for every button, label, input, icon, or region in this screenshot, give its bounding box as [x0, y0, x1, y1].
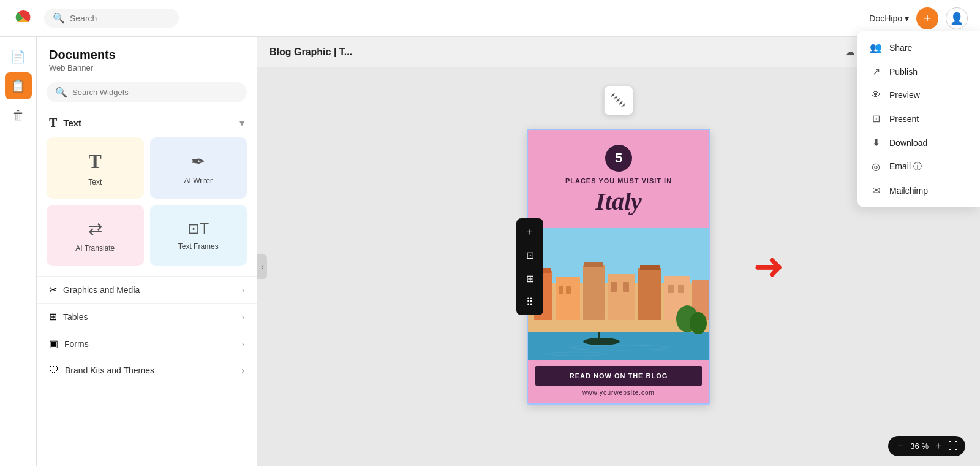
dots-tool-button[interactable]: ⠿ — [519, 291, 541, 313]
search-box[interactable]: 🔍 — [44, 9, 179, 28]
italy-url-text: www.yourwebsite.com — [535, 389, 702, 396]
email-label: Email ⓘ — [889, 161, 922, 172]
italy-cta-button[interactable]: READ NOW ON THE BLOG — [535, 366, 702, 386]
graphics-media-section[interactable]: ✂ Graphics and Media › — [37, 276, 257, 303]
italy-photo — [528, 228, 709, 360]
italy-number: 5 — [615, 150, 622, 166]
preview-menu-item[interactable]: 👁 Preview — [858, 83, 980, 107]
graphics-media-chevron: › — [241, 285, 244, 295]
text-card-ai-translate[interactable]: ⇄ AI Translate — [47, 205, 144, 266]
logo-icon[interactable] — [12, 7, 34, 29]
add-button[interactable]: + — [916, 7, 938, 29]
topbar: 🔍 DocHipo ▾ + 👤 — [0, 0, 980, 37]
collapse-handle[interactable]: ‹ — [257, 254, 267, 279]
share-label: Share — [889, 43, 912, 53]
chevron-down-icon: ▾ — [905, 13, 909, 23]
sidebar-item-trash[interactable]: 🗑 — [5, 102, 32, 129]
text-card-text-frames-label: Text Frames — [178, 242, 219, 251]
panel-title: Documents — [49, 48, 244, 62]
forms-section[interactable]: ▣ Forms › — [37, 330, 257, 357]
svg-rect-16 — [623, 282, 629, 292]
present-menu-item[interactable]: ⊡ Present — [858, 107, 980, 131]
svg-rect-12 — [583, 265, 605, 320]
tables-section[interactable]: ⊞ Tables › — [37, 303, 257, 330]
zoom-in-button[interactable]: ＋ — [933, 440, 943, 453]
forms-chevron: › — [241, 339, 244, 349]
text-section-header-left: T Text — [49, 116, 81, 130]
publish-icon: ↗ — [870, 66, 882, 77]
zoom-percent: 36 % — [910, 441, 929, 451]
search-input[interactable] — [70, 13, 168, 23]
present-icon: ⊡ — [870, 113, 882, 124]
ai-translate-icon: ⇄ — [88, 219, 102, 239]
grid-tool-button[interactable]: ⊞ — [519, 267, 541, 289]
text-card-text-icon: T — [89, 150, 102, 173]
text-card-ai-translate-label: AI Translate — [75, 244, 115, 253]
present-label: Present — [889, 114, 919, 124]
text-section-label: Text — [63, 118, 81, 128]
svg-rect-18 — [640, 265, 660, 270]
right-dropdown-menu: 👥 Share ↗ Publish 👁 Preview ⊡ Present ⬇ … — [858, 31, 980, 207]
italy-number-circle: 5 — [605, 145, 632, 172]
left-panel: Documents Web Banner 🔍 T Text ▾ T Text ✒… — [37, 37, 257, 466]
topbar-left: 🔍 — [12, 7, 179, 29]
share-menu-item[interactable]: 👥 Share — [858, 36, 980, 59]
email-menu-item[interactable]: ◎ Email ⓘ — [858, 155, 980, 178]
graphics-media-icon: ✂ — [49, 284, 57, 296]
widget-search-box[interactable]: 🔍 — [47, 82, 247, 102]
red-arrow-indicator: ➜ — [753, 248, 784, 285]
tables-icon: ⊞ — [49, 311, 57, 323]
text-section-header[interactable]: T Text ▾ — [37, 110, 257, 135]
zoom-bar: － 36 % ＋ ⛶ — [888, 436, 965, 456]
text-card-text-frames[interactable]: ⊡T Text Frames — [150, 205, 247, 266]
brand-kits-chevron: › — [241, 365, 244, 375]
canvas-side-toolbar: ＋ ⊡ ⊞ ⠿ — [516, 218, 543, 315]
italy-card-bottom: READ NOW ON THE BLOG www.yourwebsite.com — [528, 360, 709, 403]
svg-rect-13 — [584, 262, 603, 267]
mailchimp-menu-item[interactable]: ✉ Mailchimp — [858, 178, 980, 202]
preview-icon: 👁 — [870, 90, 882, 101]
tables-label: Tables — [63, 312, 88, 322]
forms-label: Forms — [64, 339, 89, 349]
canvas-title: Blog Graphic | T... — [270, 47, 352, 58]
magic-wand-button[interactable] — [604, 86, 633, 115]
forms-left: ▣ Forms — [49, 338, 89, 350]
text-card-text-label: Text — [88, 178, 102, 186]
graphics-media-left: ✂ Graphics and Media — [49, 284, 140, 296]
text-frames-icon: ⊡T — [187, 220, 209, 237]
text-T-icon: T — [49, 116, 57, 130]
svg-rect-14 — [608, 274, 635, 320]
zoom-out-button[interactable]: － — [895, 440, 905, 453]
text-card-ai-writer[interactable]: ✒ AI Writer — [150, 137, 247, 199]
download-menu-item[interactable]: ⬇ Download — [858, 131, 980, 155]
graphics-media-label: Graphics and Media — [63, 285, 140, 295]
publish-menu-item[interactable]: ↗ Publish — [858, 59, 980, 83]
preview-label: Preview — [889, 90, 920, 100]
widget-search-icon: 🔍 — [55, 86, 67, 98]
brand-label[interactable]: DocHipo ▾ — [869, 13, 909, 23]
text-cards-grid: T Text ✒ AI Writer ⇄ AI Translate ⊡T Tex… — [37, 135, 257, 276]
fullscreen-button[interactable]: ⛶ — [948, 441, 958, 452]
panel-subtitle: Web Banner — [49, 63, 244, 72]
layout-tool-button[interactable]: ⊡ — [519, 244, 541, 266]
brand-kits-section[interactable]: 🛡 Brand Kits and Themes › — [37, 357, 257, 383]
svg-point-25 — [583, 338, 620, 345]
download-label: Download — [889, 138, 927, 148]
widget-search-input[interactable] — [72, 88, 238, 97]
svg-rect-9 — [556, 277, 580, 320]
add-tool-button[interactable]: ＋ — [519, 221, 541, 243]
italy-card[interactable]: 5 PLACES YOU MUST VISIT IN Italy — [527, 129, 710, 405]
user-avatar[interactable]: 👤 — [946, 7, 968, 29]
sidebar-item-document[interactable]: 📄 — [5, 43, 32, 70]
svg-rect-17 — [638, 268, 662, 320]
search-icon: 🔍 — [53, 12, 65, 24]
svg-rect-26 — [598, 332, 600, 342]
topbar-right: DocHipo ▾ + 👤 — [869, 7, 968, 29]
brand-kits-label: Brand Kits and Themes — [65, 365, 154, 375]
ai-writer-icon: ✒ — [191, 151, 205, 172]
brand-kits-left: 🛡 Brand Kits and Themes — [49, 365, 154, 376]
email-icon: ◎ — [870, 161, 882, 172]
text-card-text[interactable]: T Text — [47, 137, 144, 199]
svg-rect-21 — [678, 285, 684, 293]
sidebar-item-widgets[interactable]: 📋 — [5, 72, 32, 99]
